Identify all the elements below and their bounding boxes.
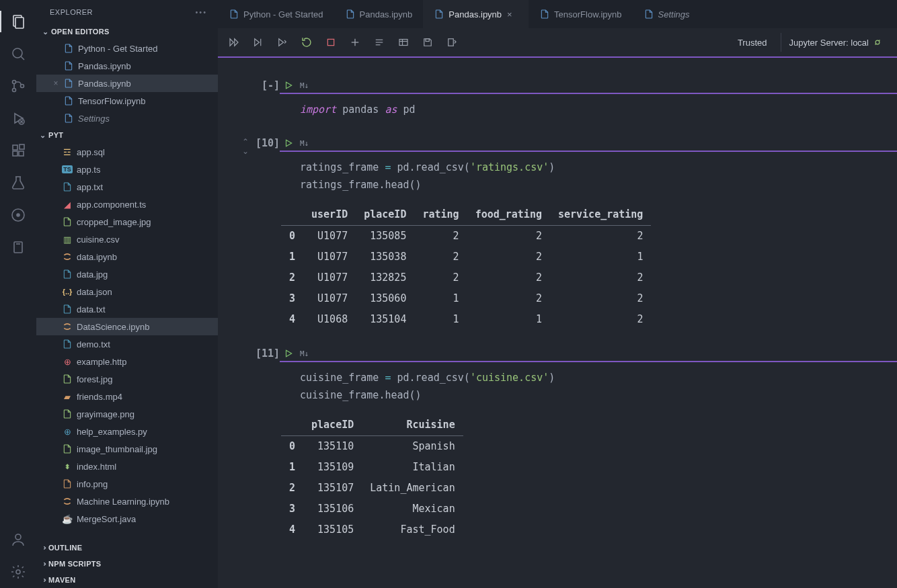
search-icon[interactable] <box>0 38 36 70</box>
file-type-icon <box>61 338 74 350</box>
open-editors-header[interactable]: ⌄ OPEN EDITORS <box>36 24 218 40</box>
open-editor-label: TensorFlow.ipynb <box>78 96 145 106</box>
file-item[interactable]: app.txt <box>36 178 218 196</box>
clear-outputs-icon[interactable] <box>370 33 389 52</box>
file-item[interactable]: ☕ MergeSort.java <box>36 510 218 528</box>
editor-tab[interactable]: TensorFlow.ipynb <box>529 0 632 28</box>
file-item[interactable]: ▥ cuisine.csv <box>36 230 218 248</box>
file-label: data.jpg <box>77 269 108 280</box>
editor-tab[interactable]: Pandas.ipynb <box>334 0 424 28</box>
svg-point-5 <box>13 89 16 92</box>
cell-code[interactable]: import pandas as pd <box>280 94 897 122</box>
run-above-icon[interactable] <box>249 33 268 52</box>
save-icon[interactable] <box>418 33 437 52</box>
file-item[interactable]: cropped_image.jpg <box>36 213 218 230</box>
add-cell-icon[interactable] <box>346 33 364 52</box>
export-icon[interactable] <box>442 33 461 52</box>
notebook-cell[interactable]: ⌃⌄ [10] M↓ ratings_frame = pd.read_csv('… <box>218 136 897 333</box>
file-item[interactable]: info.png <box>36 475 218 493</box>
execution-count: [-] <box>262 79 280 122</box>
svg-point-19 <box>16 570 20 574</box>
file-item[interactable]: ▰ friends.mp4 <box>36 388 218 405</box>
run-cell-icon[interactable] <box>284 138 293 148</box>
open-editor-item[interactable]: × Pandas.ipynb <box>36 75 218 92</box>
run-below-icon[interactable] <box>273 33 292 52</box>
svg-rect-34 <box>426 39 429 42</box>
jupyter-server-status[interactable]: Jupyter Server: local <box>781 33 891 52</box>
file-item[interactable]: DataScience.ipynb <box>36 318 218 335</box>
file-type-icon <box>61 443 74 455</box>
variables-icon[interactable] <box>394 33 413 52</box>
cell-code[interactable]: cuisine_frame = pd.read_csv('cuisine.csv… <box>280 362 897 408</box>
close-icon[interactable]: × <box>507 9 518 19</box>
outline-label: OUTLINE <box>48 544 82 552</box>
run-all-icon[interactable] <box>225 33 243 52</box>
file-item[interactable]: ⊕ help_examples.py <box>36 423 218 440</box>
editor-tab[interactable]: Pandas.ipynb × <box>423 0 529 28</box>
file-item[interactable]: data.ipynb <box>36 248 218 265</box>
open-editor-label: Python - Get Started <box>78 44 158 54</box>
editor-tab[interactable]: Settings <box>633 0 701 28</box>
editor-tab[interactable]: Python - Get Started <box>218 0 334 28</box>
markdown-toggle[interactable]: M↓ <box>300 139 309 148</box>
file-item[interactable]: forest.jpg <box>36 370 218 388</box>
file-item[interactable]: ☲ app.sql <box>36 143 218 161</box>
testing-icon[interactable] <box>0 167 36 199</box>
trusted-status[interactable]: Trusted <box>730 33 775 52</box>
npm-scripts-header[interactable]: ⌄ NPM SCRIPTS <box>36 556 218 572</box>
cell-code[interactable]: ratings_frame = pd.read_csv('ratings.csv… <box>280 152 897 198</box>
file-type-icon: ⊕ <box>61 425 74 437</box>
file-type-icon: TS <box>61 163 74 175</box>
file-item[interactable]: image_thumbnail.jpg <box>36 440 218 458</box>
file-type-icon: ▥ <box>61 233 74 245</box>
notebook[interactable]: [-] M↓ import pandas as pd ⌃⌄ [10] M↓ <box>218 58 897 588</box>
notebook-cell[interactable]: [-] M↓ import pandas as pd <box>218 78 897 122</box>
open-editor-item[interactable]: TensorFlow.ipynb <box>36 92 218 110</box>
file-item[interactable]: {..} data.json <box>36 283 218 300</box>
cell-move-controls[interactable]: ⌃⌄ <box>242 137 249 333</box>
tab-label: Settings <box>658 9 690 19</box>
source-control-icon[interactable] <box>0 70 36 102</box>
open-editor-item[interactable]: Settings <box>36 110 218 127</box>
open-editor-item[interactable]: Pandas.ipynb <box>36 57 218 75</box>
file-item[interactable]: grayimage.png <box>36 405 218 423</box>
file-item[interactable]: ⊕ example.http <box>36 353 218 370</box>
interrupt-kernel-icon[interactable] <box>321 33 340 52</box>
file-type-icon <box>61 268 74 280</box>
settings-gear-icon[interactable] <box>0 556 36 588</box>
run-debug-icon[interactable] <box>0 102 36 134</box>
markdown-toggle[interactable]: M↓ <box>300 81 309 90</box>
run-cell-icon[interactable] <box>284 81 293 90</box>
file-item[interactable]: ⬍ index.html <box>36 458 218 475</box>
markdown-toggle[interactable]: M↓ <box>300 349 309 358</box>
accounts-icon[interactable] <box>0 523 36 556</box>
extensions-icon[interactable] <box>0 134 36 167</box>
file-icon <box>62 95 75 107</box>
restart-kernel-icon[interactable] <box>297 33 316 52</box>
file-item[interactable]: data.jpg <box>36 265 218 283</box>
file-type-icon <box>61 251 74 263</box>
close-icon[interactable]: × <box>50 79 62 88</box>
file-item[interactable]: Machine Learning.ipynb <box>36 493 218 510</box>
maven-header[interactable]: ⌄ MAVEN <box>36 572 218 588</box>
folder-header[interactable]: ⌄ PYT <box>36 127 218 143</box>
notebook-cell[interactable]: [11] M↓ cuisine_frame = pd.read_csv('cui… <box>218 346 897 543</box>
file-icon <box>62 60 75 72</box>
svg-marker-41 <box>286 350 292 356</box>
execution-count: [11] <box>256 347 280 543</box>
file-item[interactable]: demo.txt <box>36 335 218 353</box>
run-cell-icon[interactable] <box>284 349 293 358</box>
svg-rect-9 <box>13 145 17 150</box>
file-item[interactable]: ◢ app.component.ts <box>36 196 218 213</box>
more-icon[interactable]: ••• <box>195 8 207 16</box>
bookmarks-icon[interactable] <box>0 231 36 263</box>
explorer-icon[interactable] <box>0 5 36 38</box>
tab-label: Python - Get Started <box>243 9 323 19</box>
file-icon <box>644 9 654 19</box>
open-editor-label: Settings <box>78 114 110 124</box>
file-item[interactable]: TS app.ts <box>36 161 218 178</box>
outline-header[interactable]: ⌄ OUTLINE <box>36 540 218 556</box>
open-editor-item[interactable]: Python - Get Started <box>36 40 218 57</box>
file-item[interactable]: data.txt <box>36 300 218 318</box>
jupyter-icon[interactable] <box>0 199 36 231</box>
